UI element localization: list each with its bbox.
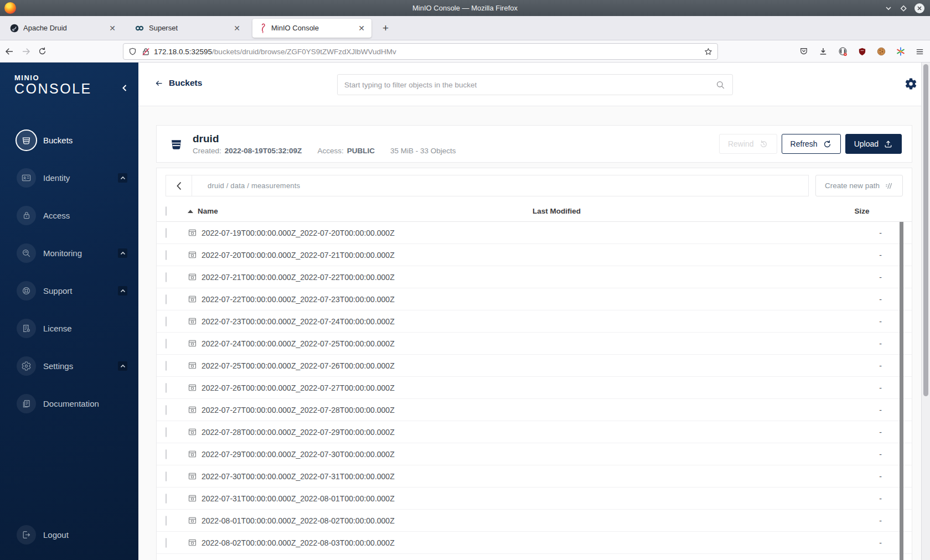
sidebar-item-monitoring[interactable]: Monitoring xyxy=(0,234,138,272)
object-name[interactable]: 2022-07-26T00:00:00.000Z_2022-07-27T00:0… xyxy=(202,383,395,392)
shield-icon[interactable] xyxy=(128,47,137,56)
select-all-checkbox[interactable] xyxy=(166,206,167,216)
object-row[interactable]: 2022-07-22T00:00:00.000Z_2022-07-23T00:0… xyxy=(157,288,912,310)
pocket-icon[interactable] xyxy=(799,46,809,56)
row-checkbox[interactable] xyxy=(166,272,167,282)
column-size[interactable]: Size xyxy=(812,207,912,215)
tab-minio-console[interactable]: MinIO Console ✕ xyxy=(252,19,371,38)
sidebar-item-license[interactable]: License xyxy=(0,309,138,347)
sidebar-item-identity[interactable]: Identity xyxy=(0,159,138,196)
minimize-icon[interactable] xyxy=(885,4,892,12)
tab-apache-druid[interactable]: Apache Druid ✕ xyxy=(3,19,122,38)
reload-icon[interactable] xyxy=(38,46,54,56)
insecure-lock-icon[interactable] xyxy=(141,47,151,56)
object-name[interactable]: 2022-07-29T00:00:00.000Z_2022-07-30T00:0… xyxy=(202,450,395,459)
object-row[interactable]: 2022-07-23T00:00:00.000Z_2022-07-24T00:0… xyxy=(157,310,912,333)
rewind-button[interactable]: Rewind xyxy=(719,134,777,154)
object-row[interactable]: 2022-08-02T00:00:00.000Z_2022-08-03T00:0… xyxy=(157,532,912,554)
object-row[interactable]: 2022-07-26T00:00:00.000Z_2022-07-27T00:0… xyxy=(157,377,912,399)
object-name[interactable]: 2022-07-27T00:00:00.000Z_2022-07-28T00:0… xyxy=(202,406,395,414)
back-icon[interactable] xyxy=(4,46,21,56)
object-row[interactable]: 2022-07-29T00:00:00.000Z_2022-07-30T00:0… xyxy=(157,443,912,465)
sidebar-item-documentation[interactable]: Documentation xyxy=(0,385,138,422)
chevron-up-icon[interactable] xyxy=(118,248,127,258)
search-input[interactable] xyxy=(344,81,715,89)
object-row[interactable]: 2022-07-20T00:00:00.000Z_2022-07-21T00:0… xyxy=(157,244,912,266)
object-name[interactable]: 2022-07-28T00:00:00.000Z_2022-07-29T00:0… xyxy=(202,428,395,437)
tab-close-icon[interactable]: ✕ xyxy=(356,24,367,33)
sidebar-item-buckets[interactable]: Buckets xyxy=(0,121,138,159)
object-row[interactable]: 2022-07-19T00:00:00.000Z_2022-07-20T00:0… xyxy=(157,222,912,244)
back-to-buckets-link[interactable]: Buckets xyxy=(154,78,202,88)
row-checkbox[interactable] xyxy=(166,494,167,504)
column-name[interactable]: Name xyxy=(198,207,218,215)
create-new-path-button[interactable]: Create new path xyxy=(815,175,903,196)
object-row[interactable]: 2022-07-24T00:00:00.000Z_2022-07-25T00:0… xyxy=(157,333,912,355)
path-back-chevron-icon[interactable] xyxy=(166,175,192,196)
row-checkbox[interactable] xyxy=(166,383,167,393)
object-row[interactable]: 2022-07-31T00:00:00.000Z_2022-08-01T00:0… xyxy=(157,488,912,510)
new-tab-button[interactable]: + xyxy=(377,22,394,34)
object-filter-search[interactable] xyxy=(337,74,733,95)
object-row[interactable]: 2022-07-27T00:00:00.000Z_2022-07-28T00:0… xyxy=(157,399,912,421)
row-checkbox[interactable] xyxy=(166,250,167,260)
row-checkbox[interactable] xyxy=(166,471,167,481)
cookie-icon[interactable] xyxy=(876,46,886,56)
chevron-up-icon[interactable] xyxy=(118,173,127,183)
sidebar-item-settings[interactable]: Settings xyxy=(0,347,138,385)
sidebar-item-support[interactable]: Support xyxy=(0,272,138,309)
row-checkbox[interactable] xyxy=(166,294,167,304)
row-checkbox[interactable] xyxy=(166,317,167,326)
object-name[interactable]: 2022-07-31T00:00:00.000Z_2022-08-01T00:0… xyxy=(202,494,395,503)
sidebar-item-access[interactable]: Access xyxy=(0,196,138,234)
url-bar[interactable]: 172.18.0.5:32595/buckets/druid/browse/ZG… xyxy=(123,43,718,60)
object-row[interactable]: 2022-07-30T00:00:00.000Z_2022-07-31T00:0… xyxy=(157,465,912,488)
breadcrumb-path[interactable]: druid / data / measurements xyxy=(192,182,300,190)
window-scrollbar[interactable] xyxy=(921,63,930,560)
tab-close-icon[interactable]: ✕ xyxy=(231,24,242,33)
row-checkbox[interactable] xyxy=(166,405,167,415)
refresh-button[interactable]: Refresh xyxy=(782,134,841,154)
ublock-shield-icon[interactable] xyxy=(857,47,867,56)
sort-ascending-icon[interactable] xyxy=(188,210,193,213)
object-name[interactable]: 2022-07-21T00:00:00.000Z_2022-07-22T00:0… xyxy=(202,273,395,282)
column-last-modified[interactable]: Last Modified xyxy=(526,207,812,215)
menu-icon[interactable] xyxy=(915,47,924,56)
sidebar-item-logout[interactable]: Logout xyxy=(0,516,138,553)
download-icon[interactable] xyxy=(818,46,828,56)
row-checkbox[interactable] xyxy=(166,427,167,437)
row-checkbox[interactable] xyxy=(166,449,167,459)
object-name[interactable]: 2022-08-02T00:00:00.000Z_2022-08-03T00:0… xyxy=(202,538,395,547)
upload-button[interactable]: Upload xyxy=(845,134,902,154)
row-checkbox[interactable] xyxy=(166,538,167,548)
maximize-icon[interactable] xyxy=(900,4,907,12)
tab-superset[interactable]: Superset ✕ xyxy=(128,19,247,38)
object-row[interactable]: 2022-07-28T00:00:00.000Z_2022-07-29T00:0… xyxy=(157,421,912,443)
object-name[interactable]: 2022-07-19T00:00:00.000Z_2022-07-20T00:0… xyxy=(202,229,395,237)
object-row[interactable]: 2022-08-01T00:00:00.000Z_2022-08-02T00:0… xyxy=(157,510,912,532)
object-name[interactable]: 2022-07-20T00:00:00.000Z_2022-07-21T00:0… xyxy=(202,251,395,260)
object-name[interactable]: 2022-08-01T00:00:00.000Z_2022-08-02T00:0… xyxy=(202,516,395,525)
extension-icon[interactable] xyxy=(838,46,848,57)
tab-close-icon[interactable]: ✕ xyxy=(107,24,118,33)
window-scrollbar-thumb[interactable] xyxy=(923,64,928,396)
table-scrollbar[interactable] xyxy=(900,222,903,560)
object-row[interactable]: 2022-07-21T00:00:00.000Z_2022-07-22T00:0… xyxy=(157,266,912,288)
row-checkbox[interactable] xyxy=(166,516,167,526)
multicolor-extension-icon[interactable] xyxy=(896,46,906,56)
object-name[interactable]: 2022-07-30T00:00:00.000Z_2022-07-31T00:0… xyxy=(202,472,395,481)
object-name[interactable]: 2022-07-25T00:00:00.000Z_2022-07-26T00:0… xyxy=(202,361,395,370)
chevron-up-icon[interactable] xyxy=(118,361,127,371)
row-checkbox[interactable] xyxy=(166,339,167,349)
forward-icon[interactable] xyxy=(21,46,38,56)
sidebar-collapse-icon[interactable] xyxy=(121,84,128,92)
object-row[interactable]: 2022-07-25T00:00:00.000Z_2022-07-26T00:0… xyxy=(157,355,912,377)
object-name[interactable]: 2022-07-23T00:00:00.000Z_2022-07-24T00:0… xyxy=(202,317,395,326)
object-name[interactable]: 2022-07-24T00:00:00.000Z_2022-07-25T00:0… xyxy=(202,339,395,348)
object-name[interactable]: 2022-07-22T00:00:00.000Z_2022-07-23T00:0… xyxy=(202,295,395,304)
row-checkbox[interactable] xyxy=(166,361,167,371)
bookmark-star-icon[interactable] xyxy=(704,47,713,56)
chevron-up-icon[interactable] xyxy=(118,286,127,295)
close-icon[interactable] xyxy=(914,3,924,13)
row-checkbox[interactable] xyxy=(166,228,167,238)
